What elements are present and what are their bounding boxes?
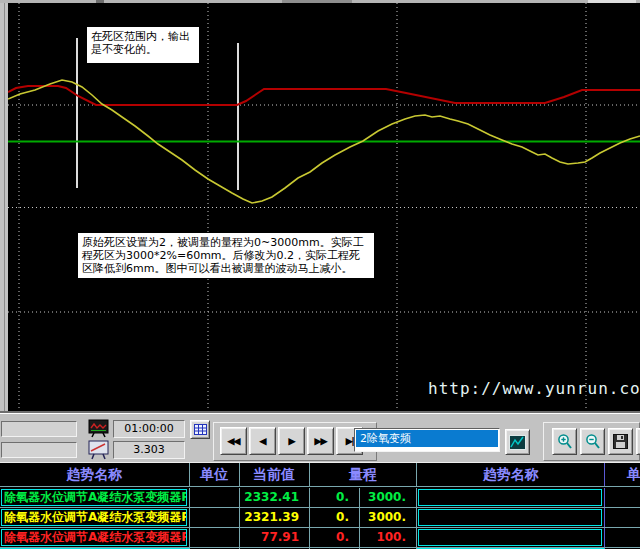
header-range: 量程 [310,463,418,486]
trend-name-cell[interactable]: 除氧器水位调节A凝结水泵变频器PID_AV [1,529,187,546]
trend-chart-area[interactable]: 在死区范围内，输出是不变化的。 原始死区设置为2，被调量的量程为0~3000mm… [8,3,640,411]
time-trend-icon [88,419,109,442]
range-high-cell[interactable]: 100. [360,528,417,547]
nav-forward-button[interactable]: ▶ [278,427,305,455]
grid-lines [8,3,640,411]
trace-av-red [8,86,640,105]
zoom-in-button[interactable] [552,428,577,455]
trend-group-selected-item[interactable]: 2除氧变频 [356,430,498,447]
time-span-field[interactable]: 01:00:00 [113,420,185,438]
table-row-sp[interactable]: 除氧器水位调节A凝结水泵变频器PID_SP 2332.41 0. 3000. [0,488,640,508]
range-low-cell[interactable]: 0. [310,508,360,527]
unit-cell-right[interactable] [605,488,640,507]
xy-plot-icon [88,440,109,464]
annotation-deadband: 在死区范围内，输出是不变化的。 [87,27,199,63]
nav-back-button[interactable]: ◀ [249,427,276,455]
unit-cell[interactable] [190,528,240,547]
table-row-av[interactable]: 除氧器水位调节A凝结水泵变频器PID_AV 77.91 0. 100. [0,528,640,548]
zoom-out-button[interactable] [580,428,605,455]
unit-cell-right[interactable] [605,528,640,547]
window-border-line [4,3,5,411]
header-unit: 单位 [190,463,240,486]
trend-name-cell-right[interactable] [418,529,602,546]
trend-window: 在死区范围内，输出是不变化的。 原始死区设置为2，被调量的量程为0~3000mm… [0,0,640,549]
table-header-row: 趋势名称 单位 当前值 量程 趋势名称 单位 [0,463,640,487]
status-field-1[interactable] [1,421,77,437]
cursor-value-field[interactable]: 3.303 [113,441,185,459]
unit-cell[interactable] [190,508,240,527]
unit-cell[interactable] [190,488,240,507]
range-high-cell[interactable]: 3000. [360,508,417,527]
trend-table: 趋势名称 单位 当前值 量程 趋势名称 单位 除氧器水位调节A凝结水泵变频器PI… [0,462,640,549]
unit-cell-right[interactable] [605,508,640,527]
trend-name-cell-right[interactable] [418,489,602,506]
current-value-cell[interactable]: 2332.41 [240,488,310,507]
snapshot-button[interactable] [505,429,530,455]
trend-name-cell[interactable]: 除氧器水位调节A凝结水泵变频器PID_SP [1,489,187,506]
status-field-2[interactable] [1,442,77,458]
table-row-pv[interactable]: 除氧器水位调节A凝结水泵变频器PID_PV 2321.39 0. 3000. [0,508,640,528]
header-trend-name: 趋势名称 [0,463,190,486]
save-button[interactable] [608,428,633,455]
header-unit-2: 单位 [605,463,640,486]
keypad-button[interactable] [190,420,210,439]
trend-name-cell[interactable]: 除氧器水位调节A凝结水泵变频器PID_PV [1,509,187,526]
nav-first-button[interactable]: ◀◀ [220,427,247,455]
header-trend-name-2: 趋势名称 [417,463,605,486]
range-low-cell[interactable]: 0. [310,528,360,547]
annotation-deadband-detail: 原始死区设置为2，被调量的量程为0~3000mm。实际工程死区为3000*2%=… [78,233,374,278]
range-high-cell[interactable]: 3000. [360,488,417,507]
current-value-cell[interactable]: 2321.39 [240,508,310,527]
trend-toolbar: 01:00:00 3.303 ◀◀ ◀ ▶ ▶▶ ▶| [0,414,640,462]
nav-fast-forward-button[interactable]: ▶▶ [307,427,334,455]
watermark-url: http://www.yunrun.com.cn [428,379,640,398]
header-current-value: 当前值 [240,463,310,486]
trend-name-cell-right[interactable] [418,509,602,526]
trend-plot [8,3,640,411]
trend-group-listbox[interactable]: 2除氧变频 [354,428,500,452]
range-low-cell[interactable]: 0. [310,488,360,507]
current-value-cell[interactable]: 77.91 [240,528,310,547]
clipped-button[interactable] [636,428,640,455]
